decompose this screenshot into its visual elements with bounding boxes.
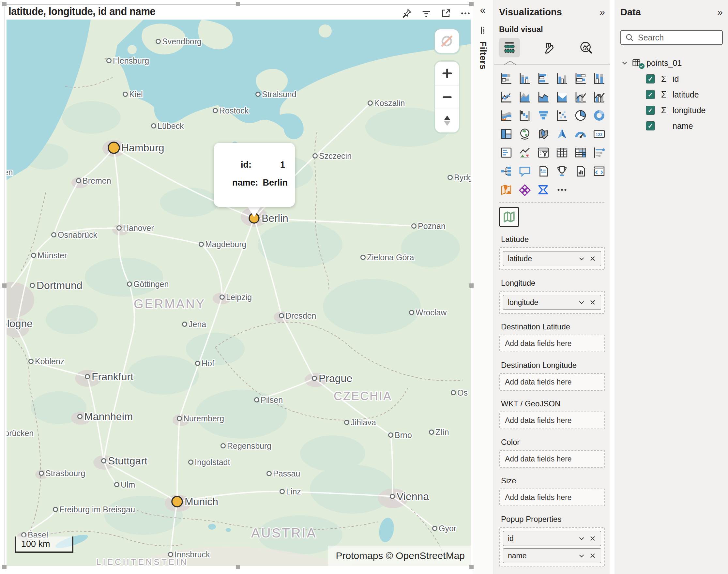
- visual-type-ribbon-chart-icon[interactable]: [499, 108, 513, 123]
- resize-handle-n[interactable]: [236, 2, 240, 6]
- visual-type-area-chart-icon[interactable]: [518, 90, 532, 104]
- field-checkbox-checked[interactable]: ✓: [646, 74, 655, 83]
- visual-type-scatter-chart-icon[interactable]: [555, 108, 569, 123]
- visual-type-stacked-column-chart-icon[interactable]: [518, 71, 532, 85]
- chevron-down-icon[interactable]: [576, 533, 587, 544]
- field-row-latitude[interactable]: ✓ Σ latitude: [620, 87, 723, 102]
- resize-handle-ne[interactable]: [469, 2, 474, 6]
- field-name[interactable]: longitude: [673, 106, 705, 115]
- visual-type-power-automate-icon[interactable]: [536, 182, 551, 197]
- field-pill-longitude[interactable]: longitude: [503, 295, 601, 310]
- zoom-in-button[interactable]: [435, 62, 459, 85]
- visual-type-100-stacked-column-chart-icon[interactable]: [592, 71, 606, 85]
- visual-type-pie-chart-icon[interactable]: [573, 108, 588, 123]
- visual-type-filled-map-icon[interactable]: [536, 127, 551, 141]
- visual-type-arcgis-map-icon[interactable]: [499, 182, 513, 197]
- map-canvas[interactable]: GERMANYCZECHIAAUSTRIALIECHTENSTEIN Svend…: [6, 19, 471, 566]
- field-name[interactable]: name: [673, 121, 693, 131]
- visual-type-line-chart-icon[interactable]: [499, 90, 513, 104]
- zoom-out-button[interactable]: [435, 85, 459, 109]
- collapse-data-icon[interactable]: »: [717, 6, 723, 17]
- more-options-icon[interactable]: [459, 7, 472, 19]
- visual-type-100-stacked-area-chart-icon[interactable]: [555, 90, 569, 104]
- field-name[interactable]: id: [673, 74, 679, 84]
- visual-icon-map-selected[interactable]: [499, 207, 519, 227]
- visual-type-gauge-icon[interactable]: [573, 127, 588, 141]
- visual-type-stacked-bar-chart-icon[interactable]: [499, 71, 513, 85]
- table-node-points_01[interactable]: points_01: [620, 58, 723, 68]
- visual-type-card-icon[interactable]: 123: [592, 127, 606, 141]
- chevron-down-icon[interactable]: [576, 253, 587, 264]
- empty-field-dropzone[interactable]: Add data fields here: [499, 412, 605, 429]
- empty-field-dropzone[interactable]: Add data fields here: [499, 450, 605, 468]
- visual-type-key-influencers-icon[interactable]: [592, 146, 606, 160]
- visual-type-qa-visual-icon[interactable]: [518, 164, 532, 178]
- visual-type-kpi-icon[interactable]: [518, 146, 532, 160]
- visual-type-map-icon[interactable]: [518, 127, 532, 141]
- visual-type-matrix-icon[interactable]: [573, 146, 588, 160]
- field-pill-name[interactable]: name: [503, 548, 601, 563]
- visual-type-developer-visual-icon[interactable]: [592, 164, 606, 178]
- remove-field-icon[interactable]: [587, 550, 598, 561]
- visual-type-more-visuals-icon[interactable]: [555, 182, 569, 197]
- compass-disabled-button[interactable]: [435, 29, 459, 53]
- field-pill-latitude[interactable]: latitude: [503, 251, 601, 266]
- visual-type-slicer-icon[interactable]: [536, 146, 551, 160]
- field-checkbox-checked[interactable]: ✓: [646, 90, 655, 99]
- visual-type-metrics-icon[interactable]: [555, 164, 569, 178]
- field-checkbox-checked[interactable]: ✓: [646, 121, 655, 130]
- chevron-down-icon[interactable]: [576, 297, 587, 308]
- search-input[interactable]: Search: [620, 30, 723, 45]
- visual-type-clustered-column-chart-icon[interactable]: [555, 71, 569, 85]
- visual-type-azure-map-icon[interactable]: [555, 127, 569, 141]
- field-pill-id[interactable]: id: [503, 531, 601, 546]
- resize-handle-e[interactable]: [469, 283, 474, 288]
- field-checkbox-checked[interactable]: ✓: [646, 106, 655, 115]
- filters-pane-label[interactable]: Filters: [478, 41, 488, 70]
- table-name[interactable]: points_01: [646, 58, 682, 68]
- field-row-longitude[interactable]: ✓ Σ longitude: [620, 102, 723, 118]
- pitch-toggle-button[interactable]: [435, 109, 459, 132]
- visual-type-power-apps-icon[interactable]: [518, 182, 532, 197]
- visual-type-donut-chart-icon[interactable]: [592, 108, 606, 123]
- chevron-down-icon[interactable]: [576, 550, 587, 561]
- field-name[interactable]: latitude: [673, 90, 699, 99]
- visual-type-multi-row-card-icon[interactable]: [499, 146, 513, 160]
- field-row-id[interactable]: ✓ Σ id: [620, 71, 723, 87]
- visual-type-line-and-stacked-column-chart-icon[interactable]: [573, 90, 588, 104]
- visual-type-smart-narrative-icon[interactable]: [536, 164, 551, 178]
- visual-type-decomposition-tree-icon[interactable]: [499, 164, 513, 178]
- visual-type-stacked-area-chart-icon[interactable]: [536, 90, 551, 104]
- empty-field-dropzone[interactable]: Add data fields here: [499, 335, 605, 352]
- visual-type-table-icon[interactable]: [555, 146, 569, 160]
- visual-type-paginated-report-icon[interactable]: [573, 164, 588, 178]
- field-row-name[interactable]: ✓ name: [620, 118, 723, 134]
- resize-handle-w[interactable]: [2, 283, 6, 288]
- visual-type-line-and-clustered-column-chart-icon[interactable]: [592, 90, 606, 104]
- empty-field-dropzone[interactable]: Add data fields here: [499, 373, 605, 391]
- visual-type-funnel-chart-icon[interactable]: [536, 108, 551, 123]
- visual-type-treemap-icon[interactable]: [499, 127, 513, 141]
- format-visual-tab[interactable]: [537, 38, 558, 57]
- empty-field-dropzone[interactable]: Add data fields here: [499, 489, 605, 506]
- focus-mode-icon[interactable]: [440, 7, 452, 19]
- resize-handle-nw[interactable]: [2, 2, 6, 6]
- resize-handle-se[interactable]: [469, 565, 474, 569]
- filter-icon[interactable]: [420, 7, 433, 19]
- pin-icon[interactable]: [401, 7, 413, 19]
- marker-hamburg[interactable]: [108, 142, 119, 153]
- visual-type-waterfall-chart-icon[interactable]: [518, 108, 532, 123]
- visual-type-clustered-bar-chart-icon[interactable]: [536, 71, 551, 85]
- build-visual-tab[interactable]: [499, 38, 520, 57]
- expand-filters-icon[interactable]: «: [480, 5, 486, 15]
- resize-handle-s[interactable]: [236, 565, 240, 569]
- analytics-tab[interactable]: [576, 38, 597, 57]
- chevron-down-icon[interactable]: [620, 59, 629, 67]
- remove-field-icon[interactable]: [587, 297, 598, 308]
- remove-field-icon[interactable]: [587, 253, 598, 264]
- marker-munich[interactable]: [172, 496, 182, 507]
- visual-type-100-stacked-bar-chart-icon[interactable]: [573, 71, 588, 85]
- resize-handle-sw[interactable]: [2, 565, 6, 569]
- remove-field-icon[interactable]: [587, 533, 598, 544]
- collapse-visualizations-icon[interactable]: »: [600, 6, 605, 17]
